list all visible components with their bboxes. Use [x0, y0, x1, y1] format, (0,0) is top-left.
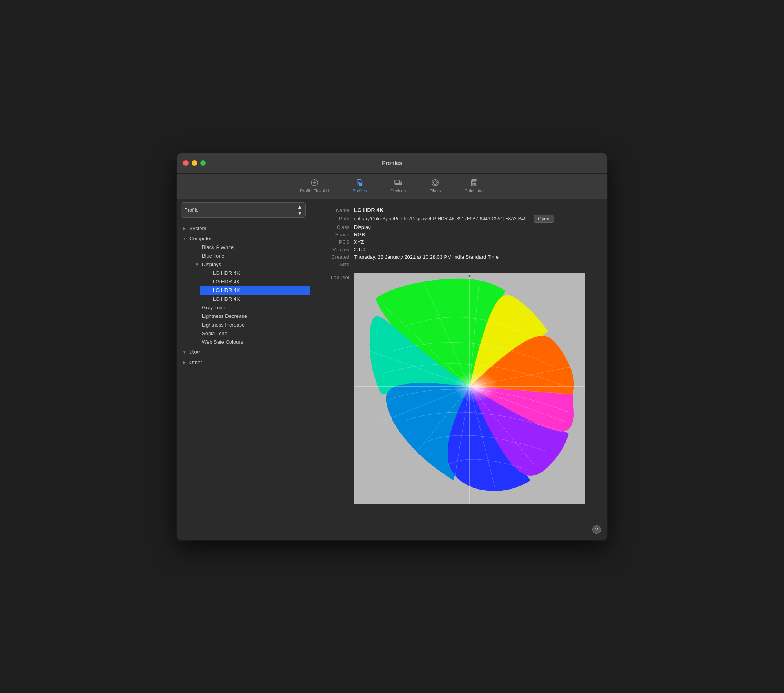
- name-label: Name:: [319, 207, 351, 213]
- sidebar: Profile ▲ ▼ ▶ System: [177, 199, 310, 540]
- open-button[interactable]: Open: [534, 215, 554, 223]
- name-row: Name: LG HDR 4K: [319, 207, 598, 213]
- class-label: Class:: [319, 224, 351, 230]
- pcs-value: XYZ: [354, 239, 364, 245]
- sidebar-item-user-label: User: [189, 349, 200, 355]
- tab-filters-label: Filters: [429, 189, 441, 193]
- svg-rect-7: [359, 183, 362, 185]
- sidebar-item-lg-hdr-4k-4-label: LG HDR 4K: [213, 296, 240, 302]
- chevron-icon: ▲ ▼: [297, 204, 302, 216]
- path-value: /Library/ColorSync/Profiles/Displays/LG …: [354, 216, 530, 221]
- content-area: Profile ▲ ▼ ▶ System: [177, 199, 607, 540]
- sidebar-item-web-safe-colours-label: Web Safe Colours: [202, 339, 243, 345]
- profile-first-aid-icon: [310, 178, 319, 187]
- path-label: Path:: [319, 216, 351, 221]
- sidebar-item-system-label: System: [189, 225, 206, 231]
- svg-point-11: [434, 181, 437, 184]
- maximize-button[interactable]: [200, 160, 206, 166]
- sidebar-item-other-label: Other: [189, 359, 202, 365]
- sidebar-item-computer-label: Computer: [189, 236, 212, 241]
- svg-point-23: [474, 184, 475, 185]
- sidebar-item-lightness-decrease[interactable]: ▶ Lightness Decrease: [185, 312, 310, 321]
- sidebar-item-sepia-tone[interactable]: ▶ Sepia Tone: [185, 329, 310, 338]
- created-value: Thursday, 28 January 2021 at 10:28:03 PM…: [354, 254, 499, 260]
- version-label: Version:: [319, 247, 351, 252]
- lab-plot-section: Lab Plot:: [319, 273, 598, 504]
- space-row: Space: RGB: [319, 232, 598, 238]
- toggle-system: ▶: [181, 225, 188, 232]
- version-row: Version: 2.1.0: [319, 247, 598, 252]
- window-title: Profiles: [382, 160, 402, 166]
- sidebar-item-black-white-label: Black & White: [202, 244, 234, 250]
- sidebar-item-grey-tone[interactable]: ▶ Grey Tone: [185, 303, 310, 312]
- sidebar-item-lg-hdr-4k-1[interactable]: ▶ LG HDR 4K: [200, 269, 310, 278]
- sidebar-item-lightness-increase[interactable]: ▶ Lightness Increase: [185, 321, 310, 329]
- svg-rect-18: [472, 180, 476, 182]
- sidebar-item-web-safe-colours[interactable]: ▶ Web Safe Colours: [185, 338, 310, 346]
- toggle-user: ▼: [181, 349, 188, 356]
- space-value: RGB: [354, 232, 365, 238]
- tab-calculator[interactable]: Calculator: [460, 177, 489, 195]
- sidebar-header: Profile ▲ ▼: [177, 199, 310, 221]
- tab-filters[interactable]: Filters: [425, 177, 446, 195]
- close-button[interactable]: [183, 160, 189, 166]
- tree-item-user: ▼ User: [177, 347, 310, 357]
- toggle-computer: ▼: [181, 236, 188, 242]
- sidebar-item-sepia-tone-label: Sepia Tone: [202, 330, 227, 336]
- path-row: Path: /Library/ColorSync/Profiles/Displa…: [319, 215, 598, 223]
- sidebar-item-displays-label: Displays: [202, 261, 221, 267]
- size-row: Size:: [319, 261, 598, 267]
- sidebar-item-lg-hdr-4k-4[interactable]: ▶ LG HDR 4K: [200, 295, 310, 303]
- tab-profile-first-aid[interactable]: Profile First Aid: [295, 177, 334, 195]
- svg-point-24: [475, 184, 476, 185]
- tab-devices[interactable]: Devices: [386, 177, 410, 195]
- tree-item-system: ▶ System: [177, 223, 310, 234]
- sidebar-item-grey-tone-label: Grey Tone: [202, 305, 225, 310]
- tab-calculator-label: Calculator: [465, 189, 484, 193]
- name-value: LG HDR 4K: [354, 207, 383, 213]
- pcs-label: PCS:: [319, 239, 351, 245]
- main-window: Profiles Profile First Aid Profiles: [176, 153, 608, 541]
- sidebar-tree: ▶ System ▼ Computer ▶ Black & White: [177, 221, 310, 540]
- tab-profile-first-aid-label: Profile First Aid: [300, 189, 329, 193]
- profile-dropdown-label: Profile: [184, 207, 199, 213]
- sidebar-item-blue-tone[interactable]: ▶ Blue Tone: [185, 252, 310, 260]
- computer-children: ▶ Black & White ▶ Blue Tone ▼ Displays: [185, 243, 310, 346]
- created-label: Created:: [319, 254, 351, 260]
- pcs-row: PCS: XYZ: [319, 239, 598, 245]
- sidebar-item-computer[interactable]: ▼ Computer: [177, 234, 310, 243]
- help-icon: ?: [595, 526, 598, 532]
- sidebar-item-other[interactable]: ▶ Other: [177, 358, 310, 367]
- svg-point-22: [472, 184, 473, 185]
- help-button[interactable]: ?: [592, 525, 601, 534]
- tab-devices-label: Devices: [390, 189, 406, 193]
- svg-point-21: [475, 183, 476, 183]
- toggle-other: ▶: [181, 359, 188, 366]
- sidebar-item-lg-hdr-4k-3-label: LG HDR 4K: [213, 287, 240, 293]
- sidebar-item-lightness-increase-label: Lightness Increase: [202, 322, 245, 328]
- tree-item-computer: ▼ Computer ▶ Black & White ▶ Blue Tone: [177, 234, 310, 347]
- profile-dropdown[interactable]: Profile ▲ ▼: [181, 202, 306, 218]
- sidebar-item-black-white[interactable]: ▶ Black & White: [185, 243, 310, 252]
- devices-icon: [394, 178, 403, 187]
- svg-rect-10: [400, 181, 402, 183]
- info-table: Name: LG HDR 4K Path: /Library/ColorSync…: [319, 207, 598, 267]
- minimize-button[interactable]: [192, 160, 197, 166]
- sidebar-item-lg-hdr-4k-3[interactable]: ▶ LG HDR 4K: [200, 286, 310, 295]
- sidebar-item-user[interactable]: ▼ User: [177, 348, 310, 357]
- space-label: Space:: [319, 232, 351, 238]
- toolbar: Profile First Aid Profiles Devices: [177, 174, 607, 199]
- filters-icon: [431, 178, 439, 187]
- svg-rect-8: [394, 180, 399, 183]
- sidebar-item-lg-hdr-4k-2-label: LG HDR 4K: [213, 279, 240, 285]
- sidebar-item-lg-hdr-4k-2[interactable]: ▶ LG HDR 4K: [200, 278, 310, 286]
- tab-profiles[interactable]: Profiles: [348, 177, 372, 195]
- traffic-lights: [183, 160, 206, 166]
- size-label: Size:: [319, 261, 351, 267]
- created-row: Created: Thursday, 28 January 2021 at 10…: [319, 254, 598, 260]
- sidebar-item-displays[interactable]: ▼ Displays: [185, 260, 310, 269]
- sidebar-item-system[interactable]: ▶ System: [177, 224, 310, 233]
- lab-plot-container: [354, 273, 585, 504]
- tree-item-other: ▶ Other: [177, 357, 310, 368]
- class-row: Class: Display: [319, 224, 598, 230]
